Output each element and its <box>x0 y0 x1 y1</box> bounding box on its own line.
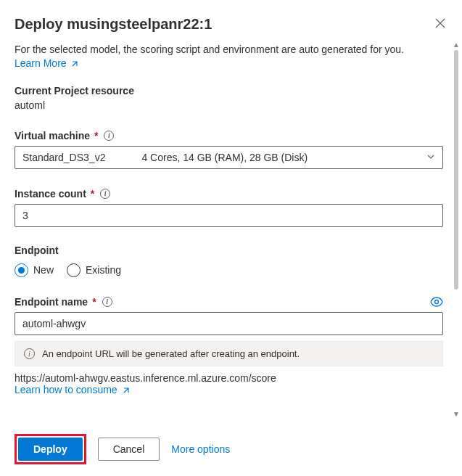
required-indicator: * <box>91 188 94 200</box>
intro-description: For the selected model, the scoring scri… <box>15 43 443 57</box>
required-indicator: * <box>92 296 96 308</box>
eye-icon <box>430 297 443 307</box>
required-indicator: * <box>94 130 98 141</box>
page-title: Deploy musingsteelpanr22:1 <box>15 16 212 33</box>
external-link-icon <box>70 60 79 68</box>
chevron-down-icon <box>426 152 435 163</box>
info-icon[interactable]: i <box>104 131 114 141</box>
endpoint-url: https://automl-ahwgv.eastus.inference.ml… <box>15 372 443 384</box>
instance-count-input[interactable] <box>15 204 443 227</box>
learn-more-label: Learn More <box>15 57 67 69</box>
endpoint-radio-existing[interactable]: Existing <box>67 263 121 277</box>
vm-selected-name: Standard_DS3_v2 <box>22 152 105 163</box>
vm-select[interactable]: Standard_DS3_v2 4 Cores, 14 GB (RAM), 28… <box>15 146 443 169</box>
more-options-link[interactable]: More options <box>171 443 230 455</box>
banner-text: An endpoint URL will be generated after … <box>42 348 300 359</box>
radio-label-new: New <box>33 264 54 276</box>
cancel-button[interactable]: Cancel <box>98 438 160 461</box>
learn-more-link[interactable]: Learn More <box>15 57 79 69</box>
vm-label: Virtual machine <box>15 130 90 141</box>
scroll-down-arrow-icon[interactable]: ▼ <box>453 410 460 418</box>
info-icon[interactable]: i <box>102 297 112 307</box>
info-banner: i An endpoint URL will be generated afte… <box>15 341 443 366</box>
scroll-up-arrow-icon[interactable]: ▲ <box>453 41 460 49</box>
learn-consume-link[interactable]: Learn how to consume <box>15 384 131 395</box>
endpoint-radio-new[interactable]: New <box>15 263 54 277</box>
info-icon: i <box>24 348 35 359</box>
vm-selected-spec: 4 Cores, 14 GB (RAM), 28 GB (Disk) <box>141 152 308 163</box>
deploy-button[interactable]: Deploy <box>18 438 83 461</box>
endpoint-name-input[interactable] <box>15 312 443 335</box>
learn-consume-label: Learn how to consume <box>15 384 117 395</box>
scroll-thumb[interactable] <box>454 50 458 290</box>
scrollbar[interactable]: ▲ ▼ <box>452 41 461 418</box>
highlight-annotation: Deploy <box>15 434 86 464</box>
radio-label-existing: Existing <box>86 264 121 276</box>
info-icon[interactable]: i <box>100 189 110 199</box>
instance-count-label: Instance count <box>15 188 86 200</box>
project-resource-label: Current Project resource <box>15 85 443 97</box>
radio-icon <box>15 263 28 277</box>
radio-icon <box>67 263 81 277</box>
external-link-icon <box>122 386 131 395</box>
close-icon <box>435 18 445 28</box>
visibility-toggle[interactable] <box>430 297 443 307</box>
endpoint-label: Endpoint <box>15 245 443 256</box>
svg-point-0 <box>435 300 439 303</box>
project-resource-value: automl <box>15 99 443 111</box>
endpoint-name-label: Endpoint name <box>15 296 88 308</box>
close-button[interactable] <box>433 16 447 30</box>
